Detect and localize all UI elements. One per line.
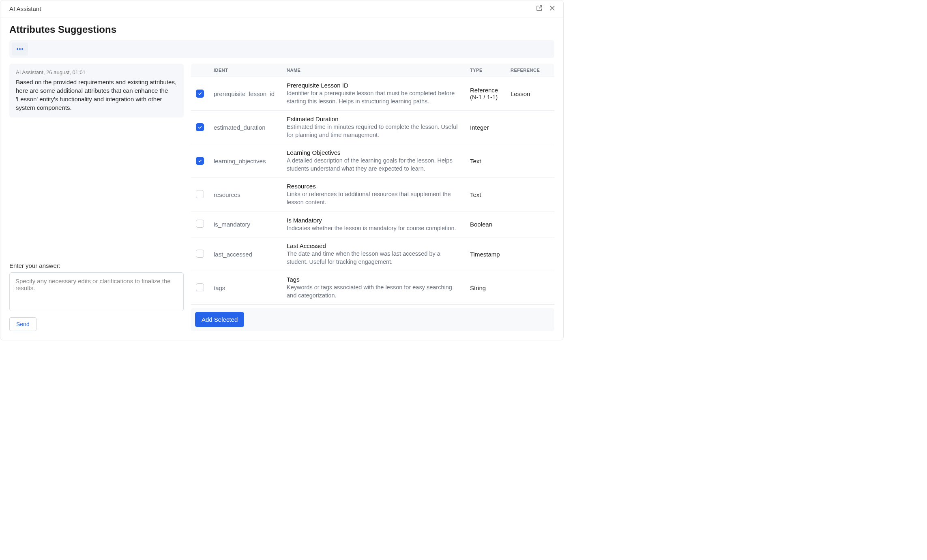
content-area: AI Assistant, 26 august, 01:01 Based on …	[0, 64, 563, 340]
row-ident: estimated_duration	[209, 111, 282, 144]
col-type: TYPE	[465, 64, 506, 77]
row-name-desc: The date and time when the lesson was la…	[287, 250, 460, 266]
more-icon	[17, 48, 23, 50]
message-body: Based on the provided requirements and e…	[16, 78, 177, 112]
row-name-desc: Keywords or tags associated with the les…	[287, 284, 460, 299]
row-checkbox[interactable]	[196, 283, 204, 291]
row-type: Boolean	[465, 212, 506, 237]
suggestions-table: IDENT NAME TYPE REFERENCE prerequisite_l…	[191, 64, 554, 305]
row-type: Text	[465, 144, 506, 178]
table-row: resources Resources Links or references …	[191, 178, 554, 212]
row-name-title: Is Mandatory	[287, 217, 460, 224]
left-column: AI Assistant, 26 august, 01:01 Based on …	[9, 64, 184, 331]
send-button[interactable]: Send	[9, 317, 36, 331]
row-name-cell: Tags Keywords or tags associated with th…	[282, 271, 465, 305]
row-reference	[506, 271, 554, 305]
row-name-cell: Learning Objectives A detailed descripti…	[282, 144, 465, 178]
col-name: NAME	[282, 64, 465, 77]
col-checkbox	[191, 64, 209, 77]
row-ident: last_accessed	[209, 237, 282, 271]
col-reference: REFERENCE	[506, 64, 554, 77]
close-icon[interactable]	[549, 4, 556, 13]
row-reference	[506, 178, 554, 212]
table-row: estimated_duration Estimated Duration Es…	[191, 111, 554, 144]
add-selected-button[interactable]: Add Selected	[195, 312, 244, 327]
table-row: last_accessed Last Accessed The date and…	[191, 237, 554, 271]
row-name-desc: Links or references to additional resour…	[287, 190, 460, 206]
title-bar: AI Assistant	[0, 0, 563, 17]
answer-block: Enter your answer: Send	[9, 262, 184, 331]
row-ident: resources	[209, 178, 282, 212]
table-row: prerequisite_lesson_id Prerequisite Less…	[191, 77, 554, 111]
row-name-cell: Prerequisite Lesson ID Identifier for a …	[282, 77, 465, 111]
row-name-title: Learning Objectives	[287, 149, 460, 156]
answer-label: Enter your answer:	[9, 262, 184, 269]
row-name-title: Resources	[287, 183, 460, 190]
dialog-window: AI Assistant Attributes Suggestions AI A…	[0, 0, 564, 340]
row-reference	[506, 144, 554, 178]
row-name-desc: Estimated time in minutes required to co…	[287, 123, 460, 139]
row-reference	[506, 212, 554, 237]
row-type: Text	[465, 178, 506, 212]
row-name-desc: Identifier for a prerequisite lesson tha…	[287, 90, 460, 105]
row-name-cell: Last Accessed The date and time when the…	[282, 237, 465, 271]
page-title: Attributes Suggestions	[0, 17, 563, 40]
row-reference	[506, 237, 554, 271]
table-header-row: IDENT NAME TYPE REFERENCE	[191, 64, 554, 77]
row-reference: Lesson	[506, 77, 554, 111]
row-name-cell: Is Mandatory Indicates whether the lesso…	[282, 212, 465, 237]
row-checkbox[interactable]	[196, 90, 204, 98]
window-title: AI Assistant	[9, 5, 41, 12]
row-type: Timestamp	[465, 237, 506, 271]
open-external-icon[interactable]	[536, 4, 543, 13]
row-type: String	[465, 271, 506, 305]
row-name-title: Prerequisite Lesson ID	[287, 82, 460, 89]
row-name-cell: Estimated Duration Estimated time in min…	[282, 111, 465, 144]
footer-actions: Add Selected	[191, 308, 554, 331]
row-type: Integer	[465, 111, 506, 144]
row-type: Reference (N-1 / 1-1)	[465, 77, 506, 111]
toolbar	[9, 40, 554, 58]
right-column: IDENT NAME TYPE REFERENCE prerequisite_l…	[191, 64, 554, 331]
row-name-desc: A detailed description of the learning g…	[287, 157, 460, 173]
assistant-message: AI Assistant, 26 august, 01:01 Based on …	[9, 64, 184, 118]
row-reference	[506, 111, 554, 144]
row-name-cell: Resources Links or references to additio…	[282, 178, 465, 212]
row-ident: prerequisite_lesson_id	[209, 77, 282, 111]
message-meta: AI Assistant, 26 august, 01:01	[16, 69, 177, 75]
suggestions-table-wrap: IDENT NAME TYPE REFERENCE prerequisite_l…	[191, 64, 554, 305]
row-ident: tags	[209, 271, 282, 305]
table-row: is_mandatory Is Mandatory Indicates whet…	[191, 212, 554, 237]
row-checkbox[interactable]	[196, 190, 204, 198]
row-name-title: Last Accessed	[287, 242, 460, 249]
row-checkbox[interactable]	[196, 123, 204, 131]
row-name-desc: Indicates whether the lesson is mandator…	[287, 224, 460, 233]
row-checkbox[interactable]	[196, 250, 204, 258]
row-name-title: Estimated Duration	[287, 115, 460, 122]
title-bar-actions	[536, 4, 556, 13]
col-ident: IDENT	[209, 64, 282, 77]
row-checkbox[interactable]	[196, 220, 204, 228]
row-ident: is_mandatory	[209, 212, 282, 237]
row-name-title: Tags	[287, 276, 460, 283]
row-ident: learning_objectives	[209, 144, 282, 178]
table-row: tags Tags Keywords or tags associated wi…	[191, 271, 554, 305]
table-row: learning_objectives Learning Objectives …	[191, 144, 554, 178]
answer-input[interactable]	[9, 272, 184, 311]
more-button[interactable]	[12, 43, 28, 56]
row-checkbox[interactable]	[196, 157, 204, 165]
